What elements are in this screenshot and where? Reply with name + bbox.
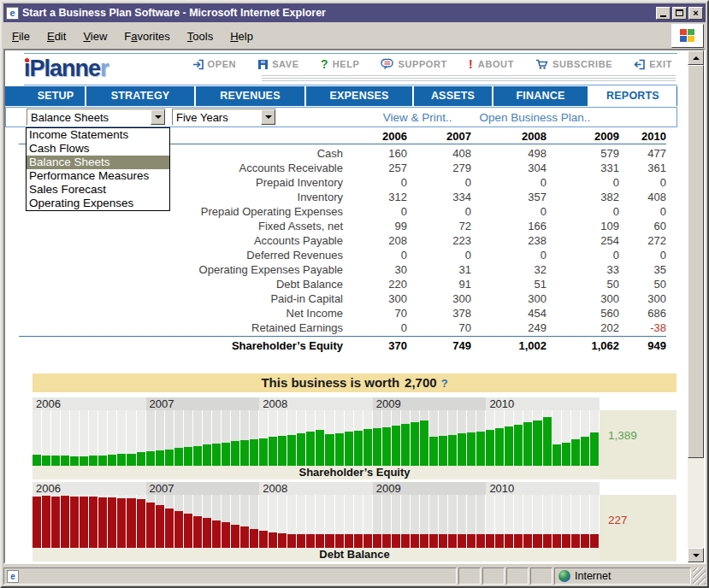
bar-slot bbox=[439, 410, 447, 466]
status-bar: e Internet bbox=[3, 566, 706, 585]
report-option-3[interactable]: Balance Sheets bbox=[27, 156, 169, 169]
menu-help[interactable]: Help bbox=[222, 30, 262, 43]
bar-slot bbox=[392, 410, 400, 466]
report-option-4[interactable]: Performance Measures bbox=[27, 169, 169, 183]
bar-slot bbox=[51, 495, 60, 548]
bar bbox=[32, 455, 41, 466]
menu-edit[interactable]: Edit bbox=[38, 30, 74, 43]
report-option-1[interactable]: Income Statements bbox=[27, 128, 169, 142]
tab-finance[interactable]: FINANCE bbox=[492, 86, 588, 106]
iplanner-logo: iPlanner bbox=[24, 56, 109, 82]
row-label: Debt Balance bbox=[19, 277, 343, 291]
year-band-2008: 2008 bbox=[259, 482, 373, 495]
bar-slot bbox=[562, 495, 570, 548]
bar bbox=[80, 456, 88, 466]
report-select-arrow[interactable] bbox=[151, 109, 165, 125]
report-option-2[interactable]: Cash Flows bbox=[27, 142, 169, 156]
cell-value: 99 bbox=[343, 219, 407, 233]
cell-value: 70 bbox=[407, 320, 471, 335]
cell-value: 454 bbox=[471, 306, 547, 320]
tab-revenues[interactable]: REVENUES bbox=[194, 86, 304, 106]
subscribe-icon bbox=[535, 58, 549, 70]
bar bbox=[250, 529, 258, 548]
menu-view[interactable]: View bbox=[74, 30, 115, 43]
cell-value: 272 bbox=[619, 233, 666, 248]
scroll-up-button[interactable] bbox=[688, 50, 704, 65]
save-button[interactable]: SAVE bbox=[257, 59, 299, 70]
cell-value: 0 bbox=[407, 204, 471, 219]
bar bbox=[523, 422, 532, 466]
bar bbox=[212, 520, 221, 548]
bar-slot bbox=[401, 495, 410, 548]
bar bbox=[581, 437, 589, 466]
bar bbox=[325, 434, 334, 466]
maximize-button[interactable] bbox=[672, 7, 687, 20]
bar-slot bbox=[476, 410, 485, 466]
scrollbar-thumb[interactable] bbox=[688, 65, 704, 458]
exit-button[interactable]: EXIT bbox=[634, 59, 672, 70]
bar bbox=[297, 433, 305, 466]
report-select[interactable]: Balance Sheets bbox=[27, 109, 166, 126]
tab-strategy[interactable]: STRATEGY bbox=[85, 86, 194, 106]
tab-reports[interactable]: REPORTS bbox=[588, 86, 677, 106]
resize-grip[interactable] bbox=[693, 567, 706, 585]
scroll-down-button[interactable] bbox=[688, 548, 704, 562]
vertical-scrollbar[interactable] bbox=[688, 50, 704, 562]
help-button[interactable]: ?HELP bbox=[321, 58, 360, 70]
cell-value: 357 bbox=[471, 190, 547, 204]
menu-file[interactable]: File bbox=[3, 30, 38, 43]
table-row: Fixed Assets, net997216610960 bbox=[19, 219, 666, 233]
year-band-2007: 2007 bbox=[146, 482, 260, 495]
bar bbox=[165, 450, 174, 467]
report-option-5[interactable]: Sales Forecast bbox=[27, 183, 169, 197]
logo-dot bbox=[25, 58, 29, 62]
bar bbox=[467, 534, 476, 548]
open-business-plan-link[interactable]: Open Business Plan.. bbox=[479, 111, 590, 124]
bar-slot bbox=[523, 410, 532, 466]
bar bbox=[222, 522, 230, 548]
bar bbox=[439, 534, 447, 548]
exit-label: EXIT bbox=[649, 59, 672, 69]
minimize-button[interactable] bbox=[656, 7, 671, 20]
period-select[interactable]: Five Years bbox=[172, 109, 276, 126]
bar bbox=[429, 437, 438, 466]
menu-tools[interactable]: Tools bbox=[179, 30, 222, 43]
menu-favorites[interactable]: Favorites bbox=[115, 30, 178, 43]
tab-expenses[interactable]: EXPENSES bbox=[304, 86, 412, 106]
cell-value: 0 bbox=[471, 175, 547, 190]
report-option-6[interactable]: Operating Expenses bbox=[27, 197, 169, 210]
cell-value: 334 bbox=[407, 190, 471, 204]
arrow-down-icon bbox=[693, 554, 700, 557]
bar bbox=[222, 443, 230, 466]
cell-value: 0 bbox=[547, 248, 619, 262]
about-button[interactable]: !ABOUT bbox=[469, 58, 514, 70]
cell-value: 50 bbox=[619, 277, 666, 291]
tab-assets[interactable]: ASSETS bbox=[412, 86, 492, 106]
bar-slot bbox=[156, 495, 164, 548]
status-cell bbox=[458, 567, 481, 585]
bar-slot bbox=[297, 495, 305, 548]
bar bbox=[61, 496, 69, 548]
bar-slot bbox=[259, 495, 268, 548]
bar-slot bbox=[42, 410, 50, 466]
period-select-arrow[interactable] bbox=[261, 109, 275, 125]
bar-slot bbox=[278, 495, 287, 548]
cell-value: 208 bbox=[343, 233, 407, 248]
help-question-icon[interactable]: ? bbox=[441, 377, 448, 390]
support-button[interactable]: SUPPORT bbox=[381, 58, 446, 70]
view-print-link[interactable]: View & Print.. bbox=[383, 111, 452, 124]
year-column-header: 2010 bbox=[619, 129, 666, 144]
cell-value: -38 bbox=[619, 320, 666, 335]
subscribe-button[interactable]: SUBSCRIBE bbox=[535, 58, 612, 70]
open-button[interactable]: OPEN bbox=[192, 59, 237, 70]
bar-slot bbox=[335, 495, 344, 548]
cell-value: 279 bbox=[407, 161, 471, 175]
tab-setup[interactable]: SETUP bbox=[27, 86, 85, 106]
maximize-icon bbox=[676, 9, 683, 16]
bar bbox=[505, 534, 513, 548]
row-label: Net Income bbox=[19, 306, 343, 320]
close-button[interactable]: × bbox=[688, 7, 703, 20]
cell-value: 378 bbox=[407, 306, 471, 320]
cell-value: 408 bbox=[619, 190, 666, 204]
row-label: Accounts Payable bbox=[19, 233, 343, 248]
